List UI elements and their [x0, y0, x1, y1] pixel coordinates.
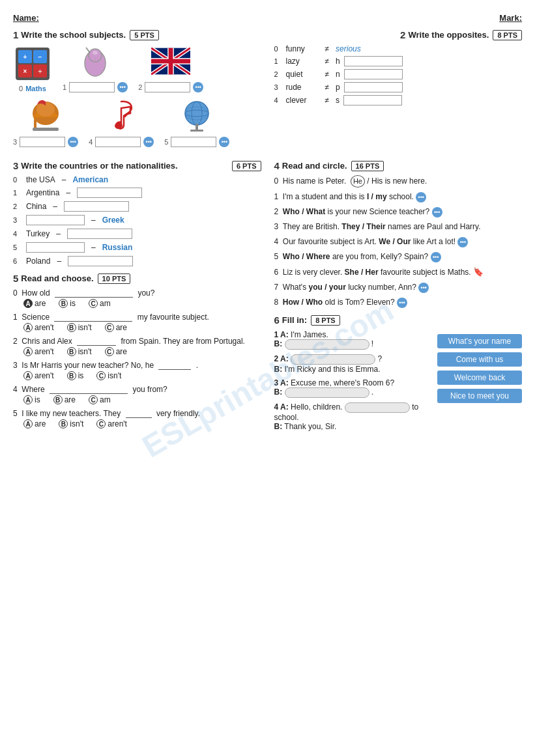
- section3-num: 3: [13, 160, 18, 171]
- section1: 1 Write the school subjects. 5 PTS + − ×: [13, 29, 261, 147]
- dots-2: •••: [193, 82, 203, 92]
- option-4A[interactable]: A is: [23, 395, 40, 404]
- subj-answer-3[interactable]: [20, 137, 65, 147]
- fill-answer-2A[interactable]: [291, 354, 375, 365]
- section6-title: Fill in:: [282, 315, 307, 325]
- read-item-6: 6 Liz is very clever. She / Her favourit…: [274, 266, 523, 279]
- option-5A[interactable]: A are: [23, 419, 46, 428]
- option-0B[interactable]: B is: [59, 299, 76, 308]
- subj-num-1: 1: [63, 83, 66, 91]
- word-buttons: What's your name Come with us Welcome ba…: [437, 334, 522, 436]
- section3-pts: 6 PTS: [232, 161, 261, 171]
- subject-item-2: 2 •••: [138, 44, 203, 92]
- read-item-8: 8 How / Who old is Tom? Eleven? •••: [274, 296, 523, 308]
- fill-item-4: 4 A: Hello, children. to school. B: Than…: [274, 402, 431, 431]
- opp-answer-1[interactable]: [344, 56, 403, 66]
- word-btn-whats-your-name[interactable]: What's your name: [437, 334, 522, 348]
- uk-flag-icon: [151, 48, 190, 75]
- subj-answer-5[interactable]: [171, 137, 216, 147]
- option-2C[interactable]: C are: [105, 347, 127, 356]
- read-choose-item-2: 2 Chris and Alex from Spain. They are fr…: [13, 337, 261, 356]
- nat-answer-6[interactable]: [68, 256, 133, 266]
- svg-line-4: [86, 48, 90, 53]
- subj-answer-4[interactable]: [95, 137, 141, 147]
- fill-answer-1B[interactable]: [285, 339, 369, 350]
- times-btn: ×: [18, 64, 32, 77]
- calculator-icon: + − × ÷: [16, 48, 50, 80]
- read-choose-item-5: 5 I like my new teachers. They very frie…: [13, 409, 261, 428]
- option-0A[interactable]: A are: [23, 299, 46, 308]
- bookmark-icon: 🔖: [473, 267, 484, 277]
- section2-title: Write the opposites.: [408, 30, 489, 40]
- subj-num-5: 5: [164, 138, 168, 146]
- svg-point-3: [93, 51, 98, 55]
- helmet-icon: [27, 99, 64, 133]
- nat-item-2: 2 China –: [13, 201, 261, 212]
- read-item-5: 5 Who / Where are you from, Kelly? Spain…: [274, 251, 523, 262]
- option-4B[interactable]: B are: [53, 395, 76, 404]
- name-label: Name:: [13, 13, 39, 23]
- option-3C[interactable]: C isn't: [96, 371, 121, 380]
- svg-point-20: [185, 102, 209, 125]
- option-3B[interactable]: B is: [67, 371, 84, 380]
- section6-num: 6: [274, 315, 280, 326]
- section4: 4 Read and circle. 16 PTS 0 His name is …: [274, 160, 523, 308]
- section6: 6 Fill in: 8 PTS 1 A: I'm James. B: ! 2 …: [274, 315, 431, 436]
- section2-num: 2: [400, 29, 405, 40]
- option-2A[interactable]: A aren't: [23, 347, 54, 356]
- opp-item-1: 1 lazy ≠ h: [274, 56, 523, 66]
- subj-answer-2[interactable]: [145, 82, 190, 92]
- read-item-0: 0 His name is Peter. He / His is new her…: [274, 175, 523, 188]
- option-5B[interactable]: B isn't: [59, 419, 83, 428]
- option-5C[interactable]: C aren't: [96, 419, 127, 428]
- nat-answer-1[interactable]: [77, 188, 142, 198]
- subj-answer-1[interactable]: [69, 82, 115, 92]
- subj-num-2: 2: [138, 83, 142, 91]
- minus-btn: −: [33, 50, 47, 63]
- opp-answer-4[interactable]: [343, 95, 402, 105]
- option-1A[interactable]: A aren't: [23, 323, 54, 332]
- option-0C[interactable]: C am: [89, 299, 111, 308]
- nat-item-0: 0 the USA – American: [13, 175, 261, 184]
- nat-answer-2[interactable]: [64, 201, 129, 212]
- subject-item-1: 1 •••: [63, 44, 128, 92]
- opp-answer-2[interactable]: [344, 69, 403, 79]
- svg-rect-15: [34, 119, 36, 129]
- fill-item-1: 1 A: I'm James. B: !: [274, 330, 431, 350]
- option-1C[interactable]: C are: [105, 323, 127, 332]
- section3-title: Write the countries or the nationalities…: [21, 161, 177, 171]
- music-note-icon: [107, 99, 136, 133]
- section5-num: 5: [13, 273, 18, 284]
- nat-answer-4[interactable]: [67, 229, 132, 239]
- word-btn-welcome-back[interactable]: Welcome back: [437, 371, 522, 385]
- read-choose-item-0: 0 How old you? A are B is: [13, 288, 261, 308]
- read-choose-item-1: 1 Science my favourite subject. A aren't…: [13, 313, 261, 332]
- subj-num-3: 3: [13, 138, 17, 146]
- opp-answer-3[interactable]: [344, 82, 403, 92]
- header: Name: Mark:: [13, 13, 522, 23]
- nat-item-3: 3 – Greek: [13, 215, 261, 225]
- nat-answer-3[interactable]: [26, 215, 85, 225]
- read-item-7: 7 What's you / your lucky number, Ann? •…: [274, 281, 523, 293]
- subj-num-0: 0: [19, 85, 23, 92]
- section4-num: 4: [274, 160, 280, 171]
- option-3A[interactable]: A aren't: [23, 371, 54, 380]
- read-choose-item-4: 4 Where you from? A is B are: [13, 385, 261, 404]
- word-btn-come-with-us[interactable]: Come with us: [437, 352, 522, 367]
- opp-item-4: 4 clever ≠ s: [274, 95, 523, 105]
- fill-answer-3B[interactable]: [285, 387, 369, 398]
- fill-item-3: 3 A: Excuse me, where's Room 6? B: .: [274, 378, 431, 398]
- divide-btn: ÷: [33, 64, 47, 77]
- nat-answer-5[interactable]: [26, 242, 85, 253]
- option-4C[interactable]: C am: [89, 395, 111, 404]
- fill-answer-4A[interactable]: [345, 402, 410, 413]
- option-2B[interactable]: B isn't: [67, 347, 92, 356]
- word-btn-nice-to-meet-you[interactable]: Nice to meet you: [437, 389, 522, 403]
- plus-btn: +: [18, 50, 32, 63]
- section6-row: 6 Fill in: 8 PTS 1 A: I'm James. B: ! 2 …: [274, 315, 523, 436]
- dots-1: •••: [117, 82, 128, 92]
- read-item-3: 3 They are British. They / Their names a…: [274, 221, 523, 232]
- svg-rect-25: [190, 130, 203, 132]
- section1-pts: 5 PTS: [130, 30, 159, 40]
- option-1B[interactable]: B isn't: [67, 323, 92, 332]
